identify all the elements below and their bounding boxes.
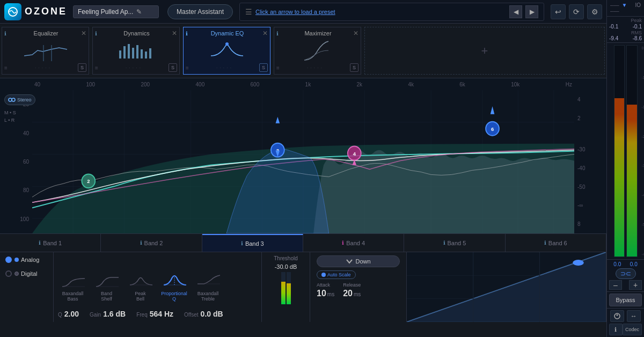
gain-value: 1.6 dB xyxy=(103,310,126,318)
band-tab-1[interactable]: ℹ Band 1 xyxy=(0,234,101,252)
analog-dot-indicator xyxy=(14,258,19,262)
freq-label: Freq xyxy=(136,312,148,318)
analog-option[interactable]: Analog xyxy=(5,257,48,263)
stereo-button[interactable]: Stereo xyxy=(4,94,35,105)
deq-dots: · · · · · xyxy=(216,65,232,70)
module-equalizer[interactable]: ℹ Equalizer ✕ ≡ · · · · · S xyxy=(2,27,89,75)
preset-next-button[interactable]: ▶ xyxy=(525,5,538,18)
codec-button[interactable]: Codec xyxy=(623,324,642,335)
bypass-section[interactable]: Bypass xyxy=(607,291,644,308)
io-header: ––– ▼ ––– IO xyxy=(607,0,644,17)
preset-prev-button[interactable]: ◀ xyxy=(509,5,522,18)
undo-button[interactable]: ↩ xyxy=(551,4,566,19)
eq-s-button[interactable]: S xyxy=(78,63,86,72)
settings-button[interactable]: ⚙ xyxy=(587,4,602,19)
down-button[interactable]: Down xyxy=(317,255,400,267)
svg-rect-1 xyxy=(43,45,44,61)
threshold-meters xyxy=(281,272,291,304)
band-tab-4[interactable]: ℹ Band 4 xyxy=(303,234,404,252)
io-top-row: ––– ▼ ––– xyxy=(610,2,635,14)
info-circle-icon: ℹ xyxy=(614,326,617,333)
preset-selector[interactable]: Feeling Pulled Ap... ✎ xyxy=(73,5,159,18)
link-section[interactable]: ⊃⊂ xyxy=(609,268,642,279)
band-5-label: Band 5 xyxy=(448,240,466,246)
master-assistant-button[interactable]: Master Assistant xyxy=(167,4,233,19)
svg-rect-9 xyxy=(145,52,147,58)
freq-param: Freq 564 Hz xyxy=(136,310,173,318)
attack-value: 10 xyxy=(317,289,326,298)
digital-radio[interactable] xyxy=(5,270,12,277)
band-4-label: Band 4 xyxy=(346,240,365,246)
eq-title: Equalizer xyxy=(34,30,58,36)
arrow-icon-button[interactable]: ↔ xyxy=(627,310,641,322)
svg-rect-6 xyxy=(132,48,134,58)
svg-marker-32 xyxy=(276,117,280,123)
analog-radio[interactable] xyxy=(5,257,12,263)
output-right: 0.0 xyxy=(630,261,638,267)
rms-values: -9.4 -8.6 xyxy=(609,35,642,41)
module-maximizer[interactable]: ℹ Maximizer ✕ ≡ · · · · · S xyxy=(274,27,361,75)
link-button[interactable]: ⊃⊂ xyxy=(616,268,636,279)
svg-text:6: 6 xyxy=(491,126,494,132)
plus-button[interactable]: + xyxy=(629,280,642,290)
attack-item: Attack 10 ms xyxy=(317,282,334,298)
link-icon: ⊃⊂ xyxy=(620,270,631,277)
digital-option[interactable]: Digital xyxy=(5,270,48,277)
channel-mode-controls[interactable]: Stereo M • SL • R xyxy=(4,94,35,124)
analog-label: Analog xyxy=(21,257,39,263)
svg-rect-5 xyxy=(128,44,130,58)
gain-label: Gain xyxy=(90,312,101,318)
add-module-button[interactable]: + xyxy=(364,27,605,75)
digital-dot-indicator xyxy=(14,272,19,276)
logo-area: OZONE xyxy=(4,3,69,20)
band-tab-6[interactable]: ℹ Band 6 xyxy=(506,234,606,252)
max-s-button[interactable]: S xyxy=(350,63,358,72)
io-label: IO xyxy=(635,2,641,14)
offset-param: Offset 0.0 dB xyxy=(184,310,223,318)
main-meters-section: 0 -10 -15 -20 -30 -40 -50 -∞ xyxy=(607,43,644,259)
history-button[interactable]: ⟳ xyxy=(569,4,584,19)
dyn-close-button[interactable]: ✕ xyxy=(172,30,177,37)
eq-close-button[interactable]: ✕ xyxy=(81,30,86,37)
threshold-meter-left-fill xyxy=(281,282,286,304)
deq-visual xyxy=(186,38,268,62)
band-tab-2[interactable]: ℹ Band 2 xyxy=(101,234,202,252)
peak-rms-section: Peak -0.1 -0.1 RMS -9.4 -8.6 xyxy=(607,17,644,43)
info-icon-button[interactable]: ℹ xyxy=(609,324,623,335)
auto-scale-button[interactable]: Auto Scale xyxy=(317,270,356,279)
main-meter-right xyxy=(626,45,638,257)
module-dynamic-eq[interactable]: ℹ Dynamic EQ ✕ ≡ · · · · · S xyxy=(183,27,270,75)
q-label: Q xyxy=(58,312,62,318)
max-close-button[interactable]: ✕ xyxy=(353,30,358,37)
bypass-button[interactable]: Bypass xyxy=(609,294,642,306)
peak-left: -0.1 xyxy=(609,24,618,30)
module-dynamics[interactable]: ℹ Dynamics ✕ ≡ · · · · · S xyxy=(92,27,180,75)
deq-s-button[interactable]: S xyxy=(259,63,268,72)
deq-close-button[interactable]: ✕ xyxy=(262,30,268,37)
minus-button[interactable]: – xyxy=(609,280,622,290)
threshold-value: -30.0 dB xyxy=(275,263,297,270)
auto-scale-indicator xyxy=(321,273,326,277)
filter-baxandall-bass[interactable]: BaxandallBass xyxy=(58,273,87,302)
threshold-meter-right-fill xyxy=(287,283,291,304)
dyn-title: Dynamics xyxy=(123,30,149,36)
main-meters: 0 -10 -15 -20 -30 -40 -50 -∞ xyxy=(614,45,638,257)
dyn-s-button[interactable]: S xyxy=(169,63,177,72)
band-tab-3[interactable]: ℹ Band 3 xyxy=(202,234,303,252)
filter-baxandall-treble[interactable]: BaxandallTreble xyxy=(193,273,223,302)
main-meter-left xyxy=(614,45,625,257)
list-icon: ☰ xyxy=(245,8,252,16)
preset-nav-label: Click an arrow to load a preset xyxy=(255,9,506,15)
filter-band-shelf[interactable]: BandShelf xyxy=(92,273,121,302)
svg-rect-8 xyxy=(141,49,143,58)
loop-icon-button[interactable] xyxy=(610,310,624,322)
filter-peak-bell[interactable]: PeakBell xyxy=(126,273,155,302)
gain-param: Gain 1.6 dB xyxy=(90,310,126,318)
svg-point-13 xyxy=(12,98,15,101)
filter-baxandall-bass-label: BaxandallBass xyxy=(62,291,84,302)
svg-point-12 xyxy=(9,98,12,101)
max-title: Maximizer xyxy=(304,30,331,36)
band-tab-5[interactable]: ℹ Band 5 xyxy=(404,234,505,252)
rms-label-row: RMS xyxy=(609,30,642,35)
filter-proportional-q[interactable]: ProportionalQ xyxy=(159,273,189,302)
